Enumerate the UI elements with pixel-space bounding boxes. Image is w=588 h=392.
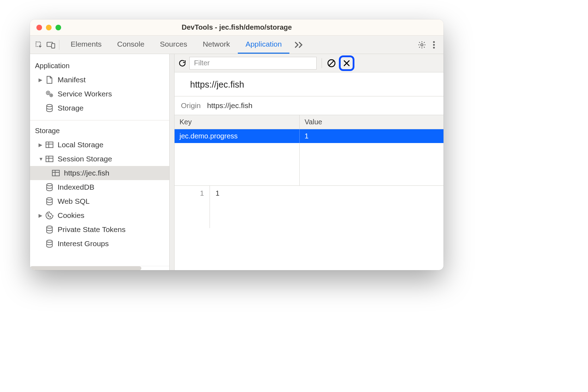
table-icon [51,168,60,178]
line-number: 1 [175,186,210,228]
table-row[interactable]: jec.demo.progress 1 [175,129,443,143]
header-value[interactable]: Value [300,115,443,129]
label: Private State Tokens [58,225,125,234]
svg-point-10 [51,95,52,96]
database-icon [45,103,54,113]
label: Cookies [58,211,84,220]
tab-sources[interactable]: Sources [152,36,195,54]
svg-rect-14 [52,170,59,176]
table-header: Key Value [175,115,443,129]
sidebar-item-service-workers[interactable]: Service Workers [30,87,169,101]
maximize-window-button[interactable] [55,25,61,30]
header-key[interactable]: Key [175,115,300,129]
value-viewer: 1 1 [175,186,443,228]
chevron-down-icon: ▼ [39,156,44,162]
origin-title: https://jec.fish [175,72,443,96]
svg-point-15 [47,184,52,186]
label: Session Storage [58,155,112,163]
settings-icon[interactable] [416,39,428,51]
sidebar-item-manifest[interactable]: ▶ Manifest [30,73,169,87]
traffic-lights [36,25,61,30]
clear-all-icon[interactable] [327,59,336,68]
close-window-button[interactable] [36,25,42,30]
svg-rect-2 [52,43,55,48]
tab-application[interactable]: Application [238,36,290,54]
refresh-icon[interactable] [178,59,187,67]
svg-point-5 [433,44,435,46]
label: Manifest [58,76,86,84]
sidebar-item-interest-groups[interactable]: Interest Groups [30,237,169,251]
delete-selected-icon[interactable] [343,59,351,67]
tab-elements[interactable]: Elements [63,36,110,54]
label: IndexedDB [58,183,94,191]
sidebar-item-local-storage[interactable]: ▶ Local Storage [30,138,169,152]
svg-point-9 [50,94,53,97]
gears-icon [45,89,54,99]
svg-point-11 [47,105,52,107]
sidebar-item-websql[interactable]: Web SQL [30,194,169,208]
svg-point-16 [47,198,52,200]
table-icon [45,154,54,164]
storage-table: Key Value jec.demo.progress 1 [175,115,443,186]
sidebar-item-cookies[interactable]: ▶ Cookies [30,208,169,222]
main-area: Application ▶ Manifest [30,54,443,270]
sidebar-item-session-storage[interactable]: ▼ Session Storage [30,152,169,166]
label: https://jec.fish [64,169,109,177]
sidebar-item-private-state-tokens[interactable]: Private State Tokens [30,222,169,237]
database-icon [45,197,54,206]
table-icon [45,140,54,149]
svg-point-21 [47,240,52,242]
inspect-element-icon[interactable] [33,39,45,51]
window-title: DevTools - jec.fish/demo/storage [30,23,443,31]
horizontal-scrollbar[interactable] [30,266,169,270]
chevron-right-icon: ▶ [39,213,44,218]
svg-point-17 [48,215,49,216]
device-toolbar-icon[interactable] [45,39,57,51]
section-application: Application [30,60,169,73]
svg-point-6 [433,47,435,48]
chevron-right-icon: ▶ [39,77,44,83]
filter-input[interactable] [189,57,317,70]
content-toolbar [175,54,443,72]
label: Service Workers [58,90,112,98]
origin-row: Origin https://jec.fish [175,96,443,115]
cell-key: jec.demo.progress [175,129,300,143]
table-empty-area[interactable] [175,143,443,185]
label: Storage [58,104,84,112]
sidebar-item-session-origin[interactable]: https://jec.fish [30,166,169,180]
tab-network[interactable]: Network [195,36,238,54]
tab-console[interactable]: Console [110,36,152,54]
devtools-window: DevTools - jec.fish/demo/storage Element… [30,19,443,270]
database-icon [45,183,54,192]
svg-point-3 [421,43,423,46]
svg-point-8 [47,92,48,93]
splitter[interactable] [170,54,175,270]
svg-point-7 [46,91,50,95]
document-icon [45,75,54,84]
more-tabs-icon[interactable] [293,39,305,51]
svg-point-18 [50,216,51,217]
svg-point-4 [433,41,435,43]
sidebar-item-storage[interactable]: Storage [30,101,169,115]
cookie-icon [45,211,54,220]
minimize-window-button[interactable] [46,25,52,30]
origin-label: Origin [181,101,201,110]
titlebar: DevTools - jec.fish/demo/storage [30,19,443,36]
svg-point-20 [47,226,52,228]
detail-value: 1 [210,186,225,228]
separator [59,40,59,50]
database-icon [45,239,54,248]
label: Interest Groups [58,239,109,248]
chevron-right-icon: ▶ [39,142,44,148]
section-storage: Storage [30,125,169,138]
delete-selected-highlight [339,55,354,71]
content-pane: https://jec.fish Origin https://jec.fish… [175,54,443,270]
kebab-menu-icon[interactable] [428,39,440,51]
svg-point-19 [48,214,48,214]
sidebar-item-indexeddb[interactable]: IndexedDB [30,180,169,194]
label: Web SQL [58,197,90,206]
origin-value: https://jec.fish [207,101,252,110]
sidebar: Application ▶ Manifest [30,54,170,270]
cell-value: 1 [300,129,443,143]
database-icon [45,225,54,234]
